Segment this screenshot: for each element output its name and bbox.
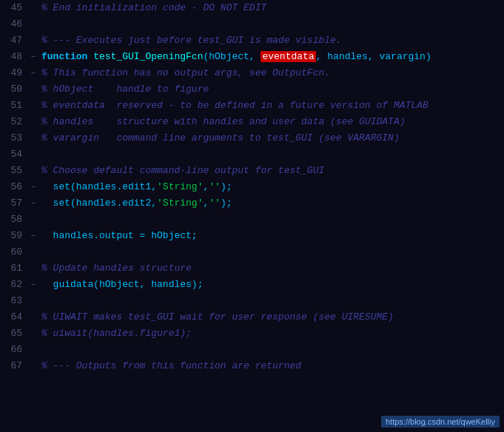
line-content: set(handles.edit2,'String','');	[38, 195, 504, 212]
keyword-function: function	[41, 51, 93, 62]
line-number: 62	[0, 277, 28, 293]
comment-text: % uiwait(handles.figure1);	[41, 328, 192, 339]
comment-text: % UIWAIT makes test_GUI wait for user re…	[41, 311, 394, 323]
code-line: 48−function test_GUI_OpeningFcn(hObject,…	[0, 49, 504, 65]
collapse-indicator[interactable]: −	[28, 228, 38, 244]
line-number: 47	[0, 33, 28, 49]
line-number: 45	[0, 0, 28, 16]
line-content: % uiwait(handles.figure1);	[38, 325, 504, 342]
line-content: % End initialization code - DO NOT EDIT	[38, 0, 504, 16]
code-line: 60	[0, 244, 504, 260]
line-number: 53	[0, 130, 28, 146]
code-line: 59− handles.output = hObject;	[0, 228, 504, 244]
code-line: 56− set(handles.edit1,'String','');	[0, 179, 504, 195]
line-number: 49	[0, 65, 28, 81]
code-line: 54	[0, 146, 504, 163]
line-content: set(handles.edit1,'String','');	[38, 179, 504, 195]
code-line: 46	[0, 16, 504, 33]
code-line: 57− set(handles.edit2,'String','');	[0, 195, 504, 212]
line-content: % --- Outputs from this function are ret…	[38, 358, 504, 374]
string-literal: 'String'	[157, 198, 203, 209]
code-text: , handles, varargin)	[316, 51, 431, 62]
code-line: 47% --- Executes just before test_GUI is…	[0, 33, 504, 49]
line-content: % handles structure with handles and use…	[38, 114, 504, 130]
code-line: 49−% This function has no output args, s…	[0, 65, 504, 81]
function-name: test_GUI_OpeningFcn	[93, 51, 203, 62]
comment-text: % handles structure with handles and use…	[41, 116, 405, 127]
code-line: 67% --- Outputs from this function are r…	[0, 358, 504, 374]
comment-text: % End initialization code - DO NOT EDIT	[41, 2, 266, 13]
line-number: 46	[0, 16, 28, 33]
code-line: 50% hObject handle to figure	[0, 81, 504, 98]
collapse-indicator[interactable]: −	[28, 49, 38, 65]
line-content: % varargin command line arguments to tes…	[38, 130, 504, 146]
line-content: % hObject handle to figure	[38, 81, 504, 98]
code-line: 61% Update handles structure	[0, 260, 504, 277]
line-number: 50	[0, 81, 28, 98]
comment-text: % Choose default command-line output for…	[41, 165, 324, 176]
line-number: 54	[0, 146, 28, 163]
code-line: 66	[0, 342, 504, 358]
code-line: 53% varargin command line arguments to t…	[0, 130, 504, 146]
code-line: 52% handles structure with handles and u…	[0, 114, 504, 130]
line-content: % UIWAIT makes test_GUI wait for user re…	[38, 309, 504, 325]
code-text: );	[221, 198, 232, 209]
comment-text: % varargin command line arguments to tes…	[41, 132, 400, 144]
code-line: 65% uiwait(handles.figure1);	[0, 325, 504, 342]
code-text: handles.output = hObject;	[41, 230, 198, 241]
code-text: guidata(hObject, handles);	[41, 279, 203, 290]
collapse-indicator[interactable]: −	[28, 195, 38, 212]
line-number: 58	[0, 212, 28, 228]
line-number: 51	[0, 98, 28, 114]
code-line: 64% UIWAIT makes test_GUI wait for user …	[0, 309, 504, 325]
code-line: 62− guidata(hObject, handles);	[0, 277, 504, 293]
line-content: % Choose default command-line output for…	[38, 163, 504, 179]
line-number: 60	[0, 244, 28, 260]
string-literal: 'String'	[157, 181, 203, 192]
line-content: function test_GUI_OpeningFcn(hObject, ev…	[38, 49, 504, 65]
line-content: % This function has no output args, see …	[38, 65, 504, 81]
line-number: 64	[0, 309, 28, 325]
line-number: 56	[0, 179, 28, 195]
code-line: 55% Choose default command-line output f…	[0, 163, 504, 179]
code-line: 58	[0, 212, 504, 228]
line-number: 66	[0, 342, 28, 358]
line-content: % Update handles structure	[38, 260, 504, 277]
line-content: guidata(hObject, handles);	[38, 277, 504, 293]
code-text: );	[221, 181, 232, 192]
line-content: handles.output = hObject;	[38, 228, 504, 244]
line-number: 63	[0, 293, 28, 309]
code-line: 63	[0, 293, 504, 309]
line-number: 48	[0, 49, 28, 65]
comment-text: % eventdata reserved - to be defined in …	[41, 100, 429, 111]
line-number: 55	[0, 163, 28, 179]
line-number: 67	[0, 358, 28, 374]
line-number: 65	[0, 325, 28, 342]
code-line: 45% End initialization code - DO NOT EDI…	[0, 0, 504, 16]
line-number: 52	[0, 114, 28, 130]
collapse-indicator[interactable]: −	[28, 179, 38, 195]
collapse-indicator[interactable]: −	[28, 65, 38, 81]
code-editor: 45% End initialization code - DO NOT EDI…	[0, 0, 504, 432]
comment-text: % --- Outputs from this function are ret…	[41, 360, 307, 371]
line-number: 57	[0, 195, 28, 212]
comment-text: % Update handles structure	[41, 263, 192, 274]
code-text: (hObject,	[203, 51, 261, 62]
string-literal: ''	[209, 181, 221, 192]
line-number: 61	[0, 260, 28, 277]
code-lines: 45% End initialization code - DO NOT EDI…	[0, 0, 504, 432]
code-line: 51% eventdata reserved - to be defined i…	[0, 98, 504, 114]
code-text: set(handles.edit2,	[41, 198, 157, 209]
code-text: set(handles.edit1,	[41, 181, 157, 192]
line-content: % eventdata reserved - to be defined in …	[38, 98, 504, 114]
watermark-url: https://blog.csdn.net/qweKelliy	[381, 416, 500, 428]
line-number: 59	[0, 228, 28, 244]
collapse-indicator[interactable]: −	[28, 277, 38, 293]
highlighted-param: eventdata	[261, 51, 315, 62]
line-content: % --- Executes just before test_GUI is m…	[38, 33, 504, 49]
comment-text: % hObject handle to figure	[41, 84, 209, 95]
string-literal: ''	[209, 198, 221, 209]
comment-text: % This function has no output args, see …	[41, 67, 330, 78]
comment-text: % --- Executes just before test_GUI is m…	[41, 35, 342, 46]
